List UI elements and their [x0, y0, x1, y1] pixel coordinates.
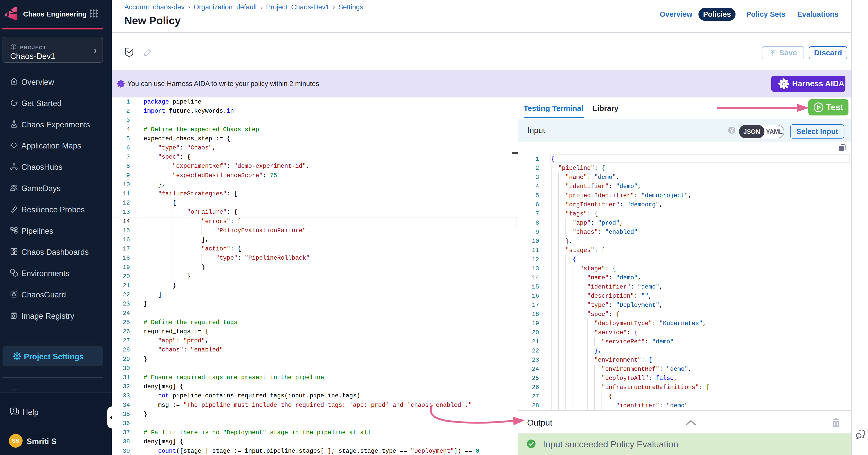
svg-text:?: ?: [12, 408, 14, 413]
